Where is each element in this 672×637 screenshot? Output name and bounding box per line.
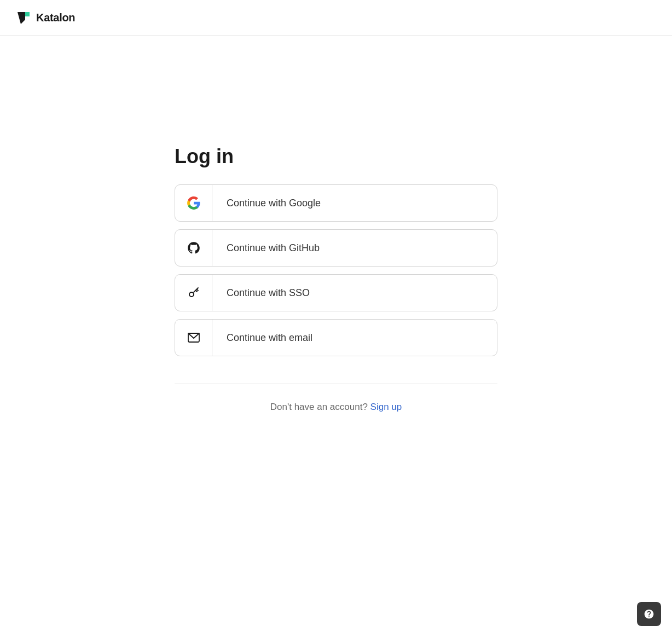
email-envelope-icon: [175, 320, 212, 356]
github-button-label: Continue with GitHub: [212, 242, 497, 254]
svg-point-2: [189, 292, 194, 297]
github-icon: [175, 230, 212, 266]
main-content: Log in Continue with Google: [0, 36, 672, 413]
no-account-text: Don't have an account?: [270, 402, 368, 412]
app-header: Katalon: [0, 0, 672, 36]
signup-link[interactable]: Sign up: [370, 402, 402, 412]
page-title: Log in: [175, 145, 234, 168]
svg-marker-0: [18, 12, 25, 24]
github-login-button[interactable]: Continue with GitHub: [175, 229, 497, 267]
signup-section: Don't have an account? Sign up: [175, 402, 497, 413]
katalon-logo-icon: [15, 10, 31, 25]
google-button-label: Continue with Google: [212, 198, 497, 209]
email-button-label: Continue with email: [212, 332, 497, 344]
google-icon: [175, 185, 212, 221]
auth-buttons-container: Continue with Google Continue with GitHu…: [175, 184, 497, 356]
email-login-button[interactable]: Continue with email: [175, 319, 497, 356]
google-login-button[interactable]: Continue with Google: [175, 184, 497, 222]
section-divider: [175, 384, 497, 384]
sso-login-button[interactable]: Continue with SSO: [175, 274, 497, 311]
sso-key-icon: [175, 275, 212, 311]
login-container: Log in Continue with Google: [175, 145, 497, 413]
logo-link[interactable]: Katalon: [15, 10, 75, 25]
svg-marker-1: [25, 12, 30, 16]
logo-text: Katalon: [36, 11, 75, 24]
help-button[interactable]: [637, 602, 661, 626]
sso-button-label: Continue with SSO: [212, 287, 497, 299]
